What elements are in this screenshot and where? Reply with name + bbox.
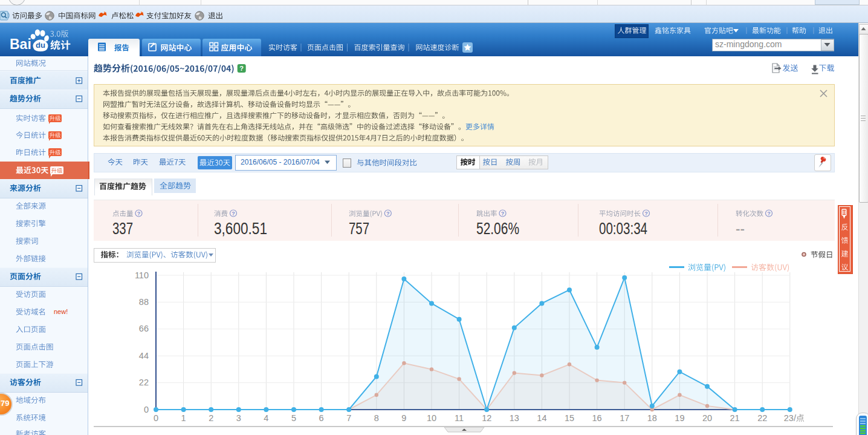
svg-text:0: 0 [154, 413, 158, 423]
svg-text:sz-mingdong.com: sz-mingdong.com [715, 39, 782, 49]
svg-text:13: 13 [510, 413, 519, 423]
svg-text:23/: 23/ [784, 413, 797, 423]
svg-text:22: 22 [139, 378, 149, 387]
svg-text:16: 16 [592, 413, 602, 423]
svg-text:17: 17 [620, 413, 629, 423]
svg-text:?: ? [239, 65, 244, 72]
svg-text:14: 14 [537, 413, 546, 423]
svg-text:337: 337 [112, 219, 133, 238]
svg-text:20: 20 [702, 413, 712, 423]
svg-text:15: 15 [565, 413, 574, 423]
svg-text:?: ? [501, 211, 505, 217]
svg-text:18: 18 [647, 413, 657, 423]
svg-text:88: 88 [139, 297, 149, 307]
svg-text:1: 1 [181, 413, 186, 423]
svg-text:44: 44 [139, 351, 149, 361]
svg-text:52.06%: 52.06% [476, 219, 519, 238]
svg-text:12: 12 [482, 413, 491, 423]
svg-text:?: ? [644, 211, 648, 217]
svg-text:110: 110 [135, 270, 149, 280]
svg-text:0: 0 [144, 405, 149, 414]
svg-text:10: 10 [427, 413, 436, 423]
svg-text:5: 5 [291, 413, 296, 423]
svg-text:4: 4 [264, 413, 268, 423]
svg-text:11: 11 [455, 413, 464, 423]
svg-text:79: 79 [1, 399, 9, 408]
svg-text:?: ? [767, 211, 771, 217]
svg-text:2016/06/05 - 2016/07/04: 2016/06/05 - 2016/07/04 [241, 158, 320, 166]
svg-text:?: ? [386, 211, 390, 217]
svg-text:22: 22 [757, 413, 767, 423]
svg-text:--: -- [736, 219, 745, 238]
svg-text:2: 2 [209, 413, 213, 423]
svg-text:du: du [36, 41, 45, 50]
svg-text:66: 66 [139, 324, 149, 333]
svg-text:9: 9 [401, 413, 406, 423]
svg-text:3: 3 [236, 413, 241, 423]
svg-text:00:03:34: 00:03:34 [599, 219, 647, 238]
svg-text:8: 8 [374, 413, 379, 423]
svg-text:19: 19 [675, 413, 684, 423]
svg-text:?: ? [137, 211, 141, 217]
svg-text:new!: new! [54, 308, 68, 315]
svg-text:?: ? [232, 211, 235, 217]
svg-text:21: 21 [730, 413, 740, 423]
svg-text:3,600.51: 3,600.51 [214, 219, 267, 238]
svg-text:6: 6 [319, 413, 324, 423]
svg-text:Bai: Bai [10, 36, 31, 52]
svg-text:7: 7 [346, 413, 351, 423]
svg-text:757: 757 [349, 219, 369, 238]
